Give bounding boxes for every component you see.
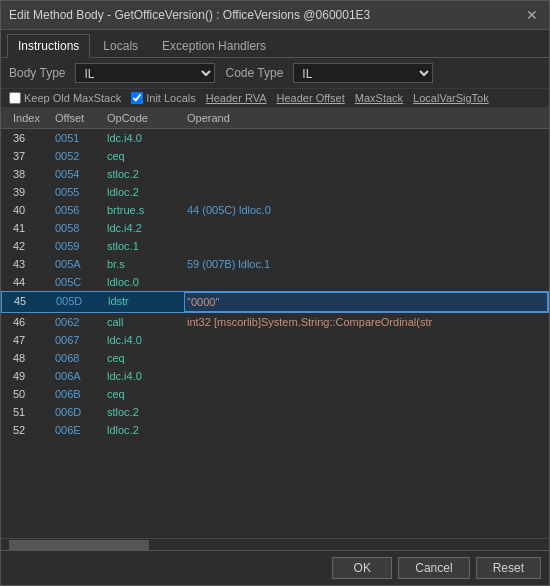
table-row[interactable]: 52006Eldloc.2 bbox=[1, 421, 549, 439]
init-locals-checkbox[interactable] bbox=[131, 92, 143, 104]
horizontal-scrollbar[interactable] bbox=[1, 538, 549, 550]
cell-offset: 005D bbox=[52, 292, 104, 312]
cell-operand bbox=[183, 219, 549, 237]
tab-bar: Instructions Locals Exception Handlers bbox=[1, 30, 549, 58]
table-body[interactable]: 360051ldc.i4.0370052ceq380054stloc.23900… bbox=[1, 129, 549, 538]
cell-opcode: stloc.2 bbox=[103, 165, 183, 183]
cell-index: 37 bbox=[9, 147, 51, 165]
cell-offset: 0068 bbox=[51, 349, 103, 367]
cell-offset: 0067 bbox=[51, 331, 103, 349]
cell-operand bbox=[183, 183, 549, 201]
col-operand: Operand bbox=[183, 110, 549, 126]
col-index: Index bbox=[9, 110, 51, 126]
cell-operand: "0000" bbox=[184, 292, 548, 312]
tab-instructions[interactable]: Instructions bbox=[7, 34, 90, 58]
table-row[interactable]: 50006Bceq bbox=[1, 385, 549, 403]
cell-offset: 005C bbox=[51, 273, 103, 291]
cell-offset: 0054 bbox=[51, 165, 103, 183]
body-type-select[interactable]: IL bbox=[75, 63, 215, 83]
cell-operand bbox=[183, 129, 549, 147]
table-row[interactable]: 44005Cldloc.0 bbox=[1, 273, 549, 291]
tab-exception-handlers[interactable]: Exception Handlers bbox=[151, 34, 277, 57]
init-locals-label[interactable]: Init Locals bbox=[131, 92, 196, 104]
cell-offset: 0052 bbox=[51, 147, 103, 165]
code-type-select[interactable]: IL bbox=[293, 63, 433, 83]
table-row[interactable]: 380054stloc.2 bbox=[1, 165, 549, 183]
cell-index: 43 bbox=[9, 255, 51, 273]
cell-offset: 006B bbox=[51, 385, 103, 403]
cell-opcode: ldc.i4.0 bbox=[103, 129, 183, 147]
close-button[interactable]: ✕ bbox=[523, 6, 541, 24]
cell-opcode: ldc.i4.2 bbox=[103, 219, 183, 237]
cell-index: 49 bbox=[9, 367, 51, 385]
table-row[interactable]: 460062callint32 [mscorlib]System.String:… bbox=[1, 313, 549, 331]
footer: OK Cancel Reset bbox=[1, 550, 549, 585]
scrollbar-thumb[interactable] bbox=[9, 540, 149, 550]
cell-opcode: ldloc.2 bbox=[103, 183, 183, 201]
cell-opcode: ceq bbox=[103, 147, 183, 165]
header-offset-label: Header Offset bbox=[277, 92, 345, 104]
table-row[interactable]: 43005Abr.s59 (007B) ldloc.1 bbox=[1, 255, 549, 273]
cell-index: 42 bbox=[9, 237, 51, 255]
cell-index: 39 bbox=[9, 183, 51, 201]
cell-operand: 59 (007B) ldloc.1 bbox=[183, 255, 549, 273]
cell-opcode: ldstr bbox=[104, 292, 184, 312]
cell-opcode: brtrue.s bbox=[103, 201, 183, 219]
cell-opcode: ldloc.2 bbox=[103, 421, 183, 439]
col-offset: Offset bbox=[51, 110, 103, 126]
cancel-button[interactable]: Cancel bbox=[398, 557, 469, 579]
cell-operand bbox=[183, 403, 549, 421]
cell-index: 41 bbox=[9, 219, 51, 237]
cell-opcode: ldloc.0 bbox=[103, 273, 183, 291]
cell-offset: 006D bbox=[51, 403, 103, 421]
cell-offset: 006E bbox=[51, 421, 103, 439]
cell-index: 38 bbox=[9, 165, 51, 183]
localvarsig-label: LocalVarSigTok bbox=[413, 92, 489, 104]
cell-operand bbox=[183, 147, 549, 165]
table-row[interactable]: 360051ldc.i4.0 bbox=[1, 129, 549, 147]
table-row[interactable]: 420059stloc.1 bbox=[1, 237, 549, 255]
cell-operand bbox=[183, 273, 549, 291]
cell-offset: 0058 bbox=[51, 219, 103, 237]
table-row[interactable]: 480068ceq bbox=[1, 349, 549, 367]
cell-opcode: ldc.i4.0 bbox=[103, 331, 183, 349]
table-row[interactable]: 51006Dstloc.2 bbox=[1, 403, 549, 421]
dialog: Edit Method Body - GetOfficeVersion() : … bbox=[0, 0, 550, 586]
cell-opcode: stloc.1 bbox=[103, 237, 183, 255]
title-bar: Edit Method Body - GetOfficeVersion() : … bbox=[1, 1, 549, 30]
cell-operand bbox=[183, 421, 549, 439]
cell-operand bbox=[183, 165, 549, 183]
table-row[interactable]: 45005Dldstr"0000" bbox=[1, 291, 549, 313]
table-row[interactable]: 49006Aldc.i4.0 bbox=[1, 367, 549, 385]
cell-index: 52 bbox=[9, 421, 51, 439]
body-type-label: Body Type bbox=[9, 66, 65, 80]
table-row[interactable]: 470067ldc.i4.0 bbox=[1, 331, 549, 349]
cell-operand bbox=[183, 237, 549, 255]
maxstack-label: MaxStack bbox=[355, 92, 403, 104]
cell-index: 50 bbox=[9, 385, 51, 403]
cell-index: 51 bbox=[9, 403, 51, 421]
table-row[interactable]: 410058ldc.i4.2 bbox=[1, 219, 549, 237]
cell-opcode: ceq bbox=[103, 349, 183, 367]
cell-offset: 0059 bbox=[51, 237, 103, 255]
table-row[interactable]: 370052ceq bbox=[1, 147, 549, 165]
tab-locals[interactable]: Locals bbox=[92, 34, 149, 57]
keep-old-maxstack-label[interactable]: Keep Old MaxStack bbox=[9, 92, 121, 104]
table-row[interactable]: 400056brtrue.s44 (005C) ldloc.0 bbox=[1, 201, 549, 219]
table-header: Index Offset OpCode Operand bbox=[1, 108, 549, 129]
table-row[interactable]: 390055ldloc.2 bbox=[1, 183, 549, 201]
cell-opcode: call bbox=[103, 313, 183, 331]
keep-old-maxstack-checkbox[interactable] bbox=[9, 92, 21, 104]
cell-operand bbox=[183, 385, 549, 403]
cell-operand: 44 (005C) ldloc.0 bbox=[183, 201, 549, 219]
cell-operand bbox=[183, 349, 549, 367]
cell-index: 45 bbox=[10, 292, 52, 312]
cell-offset: 0062 bbox=[51, 313, 103, 331]
ok-button[interactable]: OK bbox=[332, 557, 392, 579]
cell-opcode: stloc.2 bbox=[103, 403, 183, 421]
reset-button[interactable]: Reset bbox=[476, 557, 541, 579]
dialog-title: Edit Method Body - GetOfficeVersion() : … bbox=[9, 8, 370, 22]
cell-opcode: ceq bbox=[103, 385, 183, 403]
code-type-label: Code Type bbox=[225, 66, 283, 80]
cell-opcode: ldc.i4.0 bbox=[103, 367, 183, 385]
